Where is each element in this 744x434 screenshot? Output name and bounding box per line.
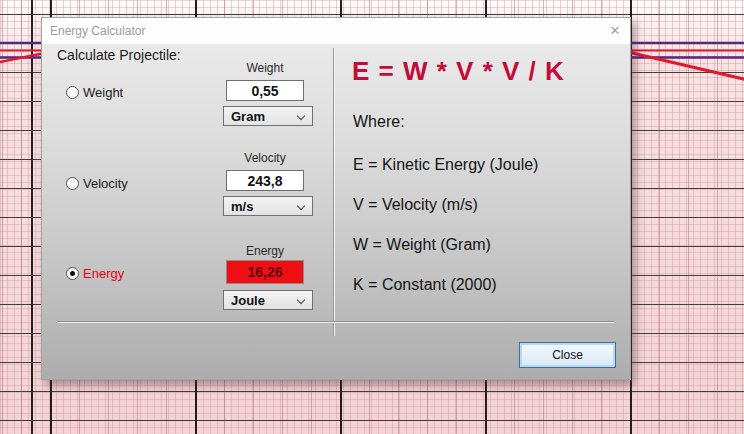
close-button[interactable]: Close — [519, 342, 616, 368]
vertical-separator — [333, 48, 335, 336]
weight-unit-value: Gram — [231, 109, 265, 124]
chevron-down-icon — [297, 202, 305, 210]
energy-field-label: Energy — [226, 244, 304, 258]
kinetic-energy-formula: E = W * V * V / K — [352, 56, 565, 87]
velocity-radio[interactable] — [66, 177, 79, 190]
chevron-down-icon — [297, 296, 305, 304]
velocity-unit-select[interactable]: m/s — [223, 196, 313, 216]
weight-field-label: Weight — [226, 61, 304, 75]
dialog-titlebar[interactable]: Energy Calculator ✕ — [42, 18, 630, 44]
energy-radio[interactable] — [66, 267, 79, 280]
dialog-title: Energy Calculator — [50, 24, 145, 38]
formula-definition: E = Kinetic Energy (Joule) — [353, 156, 538, 174]
energy-unit-select[interactable]: Joule — [223, 290, 313, 310]
footer-separator — [57, 321, 614, 323]
energy-input[interactable] — [226, 260, 304, 284]
close-icon[interactable]: ✕ — [605, 21, 625, 41]
where-label: Where: — [353, 113, 405, 131]
formula-definition: K = Constant (2000) — [353, 276, 497, 294]
velocity-unit-value: m/s — [231, 199, 253, 214]
chevron-down-icon — [297, 112, 305, 120]
velocity-input[interactable] — [226, 170, 304, 191]
energy-unit-value: Joule — [231, 293, 265, 308]
weight-input[interactable] — [226, 80, 304, 101]
energy-radio-label[interactable]: Energy — [83, 266, 124, 281]
velocity-radio-label[interactable]: Velocity — [83, 176, 128, 191]
form-heading: Calculate Projectile: — [57, 47, 181, 63]
weight-radio[interactable] — [66, 86, 79, 99]
energy-calculator-dialog: Energy Calculator ✕ Calculate Projectile… — [41, 17, 631, 380]
desktop-screen: Energy Calculator ✕ Calculate Projectile… — [0, 0, 744, 434]
formula-definition: W = Weight (Gram) — [353, 236, 491, 254]
formula-definition: V = Velocity (m/s) — [353, 196, 478, 214]
velocity-field-label: Velocity — [226, 151, 304, 165]
weight-radio-label[interactable]: Weight — [83, 85, 123, 100]
weight-unit-select[interactable]: Gram — [223, 106, 313, 126]
